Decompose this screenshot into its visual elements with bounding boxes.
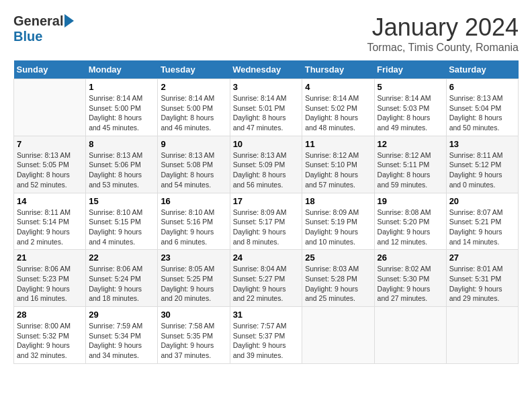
- calendar-header-row: SundayMondayTuesdayWednesdayThursdayFrid…: [14, 60, 519, 79]
- calendar-cell: 17Sunrise: 8:09 AMSunset: 5:17 PMDayligh…: [230, 193, 302, 250]
- calendar-cell: 20Sunrise: 8:07 AMSunset: 5:21 PMDayligh…: [446, 193, 518, 250]
- column-header-sunday: Sunday: [14, 60, 86, 79]
- day-number: 9: [161, 139, 226, 149]
- month-title: January 2024: [367, 13, 519, 42]
- logo-arrow-icon: [64, 14, 74, 28]
- day-info: Sunrise: 8:08 AMSunset: 5:20 PMDaylight:…: [378, 208, 443, 247]
- day-info: Sunrise: 8:13 AMSunset: 5:06 PMDaylight:…: [89, 150, 154, 190]
- calendar-cell: 9Sunrise: 8:13 AMSunset: 5:08 PMDaylight…: [158, 136, 230, 193]
- day-number: 31: [233, 310, 300, 320]
- day-number: 5: [378, 82, 443, 92]
- day-info: Sunrise: 8:05 AMSunset: 5:25 PMDaylight:…: [161, 264, 226, 304]
- day-info: Sunrise: 8:09 AMSunset: 5:17 PMDaylight:…: [233, 208, 300, 247]
- day-info: Sunrise: 7:59 AMSunset: 5:34 PMDaylight:…: [89, 321, 154, 361]
- calendar-cell: 6Sunrise: 8:13 AMSunset: 5:04 PMDaylight…: [446, 79, 518, 136]
- column-header-friday: Friday: [374, 60, 446, 79]
- day-info: Sunrise: 8:01 AMSunset: 5:31 PMDaylight:…: [449, 264, 515, 304]
- calendar-week-row: 7Sunrise: 8:13 AMSunset: 5:05 PMDaylight…: [14, 136, 519, 193]
- day-number: 18: [305, 196, 371, 206]
- day-number: 8: [89, 139, 154, 149]
- location: Tormac, Timis County, Romania: [367, 42, 519, 54]
- day-number: 3: [233, 82, 300, 92]
- logo: General Blue: [13, 13, 74, 44]
- column-header-tuesday: Tuesday: [158, 60, 230, 79]
- day-info: Sunrise: 8:00 AMSunset: 5:32 PMDaylight:…: [17, 321, 83, 361]
- day-info: Sunrise: 8:03 AMSunset: 5:28 PMDaylight:…: [305, 264, 371, 304]
- day-info: Sunrise: 8:10 AMSunset: 5:16 PMDaylight:…: [161, 208, 226, 247]
- calendar-week-row: 28Sunrise: 8:00 AMSunset: 5:32 PMDayligh…: [14, 307, 519, 364]
- day-number: 20: [449, 196, 515, 206]
- day-number: 4: [305, 82, 371, 92]
- day-number: 10: [233, 139, 300, 149]
- calendar-cell: [14, 79, 86, 136]
- calendar-cell: 15Sunrise: 8:10 AMSunset: 5:15 PMDayligh…: [86, 193, 158, 250]
- calendar-cell: 29Sunrise: 7:59 AMSunset: 5:34 PMDayligh…: [86, 307, 158, 364]
- calendar-table: SundayMondayTuesdayWednesdayThursdayFrid…: [13, 60, 519, 364]
- day-info: Sunrise: 8:11 AMSunset: 5:12 PMDaylight:…: [449, 150, 515, 190]
- calendar-cell: 11Sunrise: 8:12 AMSunset: 5:10 PMDayligh…: [302, 136, 374, 193]
- calendar-cell: 19Sunrise: 8:08 AMSunset: 5:20 PMDayligh…: [374, 193, 446, 250]
- day-number: 7: [17, 139, 83, 149]
- day-info: Sunrise: 8:06 AMSunset: 5:23 PMDaylight:…: [17, 264, 83, 304]
- day-number: 12: [378, 139, 443, 149]
- title-section: January 2024 Tormac, Timis County, Roman…: [367, 13, 519, 54]
- day-info: Sunrise: 8:12 AMSunset: 5:11 PMDaylight:…: [378, 150, 443, 190]
- calendar-cell: 22Sunrise: 8:06 AMSunset: 5:24 PMDayligh…: [86, 250, 158, 307]
- day-info: Sunrise: 7:58 AMSunset: 5:35 PMDaylight:…: [161, 321, 226, 361]
- calendar-cell: 14Sunrise: 8:11 AMSunset: 5:14 PMDayligh…: [14, 193, 86, 250]
- day-info: Sunrise: 7:57 AMSunset: 5:37 PMDaylight:…: [233, 321, 300, 361]
- calendar-cell: 10Sunrise: 8:13 AMSunset: 5:09 PMDayligh…: [230, 136, 302, 193]
- calendar-cell: [374, 307, 446, 364]
- day-number: 24: [233, 253, 300, 263]
- calendar-cell: 23Sunrise: 8:05 AMSunset: 5:25 PMDayligh…: [158, 250, 230, 307]
- column-header-wednesday: Wednesday: [230, 60, 302, 79]
- calendar-cell: 30Sunrise: 7:58 AMSunset: 5:35 PMDayligh…: [158, 307, 230, 364]
- calendar-cell: 16Sunrise: 8:10 AMSunset: 5:16 PMDayligh…: [158, 193, 230, 250]
- day-number: 23: [161, 253, 226, 263]
- calendar-cell: 4Sunrise: 8:14 AMSunset: 5:02 PMDaylight…: [302, 79, 374, 136]
- day-number: 2: [161, 82, 226, 92]
- day-info: Sunrise: 8:13 AMSunset: 5:05 PMDaylight:…: [17, 150, 83, 190]
- day-number: 22: [89, 253, 154, 263]
- calendar-cell: 25Sunrise: 8:03 AMSunset: 5:28 PMDayligh…: [302, 250, 374, 307]
- calendar-cell: 12Sunrise: 8:12 AMSunset: 5:11 PMDayligh…: [374, 136, 446, 193]
- calendar-cell: 1Sunrise: 8:14 AMSunset: 5:00 PMDaylight…: [86, 79, 158, 136]
- day-info: Sunrise: 8:13 AMSunset: 5:08 PMDaylight:…: [161, 150, 226, 190]
- column-header-saturday: Saturday: [446, 60, 518, 79]
- calendar-week-row: 14Sunrise: 8:11 AMSunset: 5:14 PMDayligh…: [14, 193, 519, 250]
- column-header-thursday: Thursday: [302, 60, 374, 79]
- calendar-cell: 2Sunrise: 8:14 AMSunset: 5:00 PMDaylight…: [158, 79, 230, 136]
- calendar-cell: [446, 307, 518, 364]
- day-number: 25: [305, 253, 371, 263]
- day-info: Sunrise: 8:04 AMSunset: 5:27 PMDaylight:…: [233, 264, 300, 304]
- day-number: 26: [378, 253, 443, 263]
- day-number: 15: [89, 196, 154, 206]
- day-info: Sunrise: 8:10 AMSunset: 5:15 PMDaylight:…: [89, 208, 154, 247]
- day-number: 6: [449, 82, 515, 92]
- calendar-cell: 7Sunrise: 8:13 AMSunset: 5:05 PMDaylight…: [14, 136, 86, 193]
- day-info: Sunrise: 8:06 AMSunset: 5:24 PMDaylight:…: [89, 264, 154, 304]
- day-number: 1: [89, 82, 154, 92]
- day-number: 21: [17, 253, 83, 263]
- day-info: Sunrise: 8:14 AMSunset: 5:02 PMDaylight:…: [305, 93, 371, 133]
- day-info: Sunrise: 8:02 AMSunset: 5:30 PMDaylight:…: [378, 264, 443, 304]
- day-number: 16: [161, 196, 226, 206]
- day-number: 27: [449, 253, 515, 263]
- calendar-cell: 26Sunrise: 8:02 AMSunset: 5:30 PMDayligh…: [374, 250, 446, 307]
- calendar-cell: 18Sunrise: 8:09 AMSunset: 5:19 PMDayligh…: [302, 193, 374, 250]
- day-info: Sunrise: 8:14 AMSunset: 5:00 PMDaylight:…: [161, 93, 226, 133]
- column-header-monday: Monday: [86, 60, 158, 79]
- day-number: 29: [89, 310, 154, 320]
- calendar-cell: 8Sunrise: 8:13 AMSunset: 5:06 PMDaylight…: [86, 136, 158, 193]
- calendar-cell: 21Sunrise: 8:06 AMSunset: 5:23 PMDayligh…: [14, 250, 86, 307]
- calendar-cell: 27Sunrise: 8:01 AMSunset: 5:31 PMDayligh…: [446, 250, 518, 307]
- calendar-cell: 31Sunrise: 7:57 AMSunset: 5:37 PMDayligh…: [230, 307, 302, 364]
- logo-blue: Blue: [13, 29, 42, 44]
- calendar-cell: 28Sunrise: 8:00 AMSunset: 5:32 PMDayligh…: [14, 307, 86, 364]
- calendar-cell: 3Sunrise: 8:14 AMSunset: 5:01 PMDaylight…: [230, 79, 302, 136]
- day-number: 28: [17, 310, 83, 320]
- day-number: 11: [305, 139, 371, 149]
- day-info: Sunrise: 8:11 AMSunset: 5:14 PMDaylight:…: [17, 208, 83, 247]
- day-number: 13: [449, 139, 515, 149]
- day-info: Sunrise: 8:13 AMSunset: 5:09 PMDaylight:…: [233, 150, 300, 190]
